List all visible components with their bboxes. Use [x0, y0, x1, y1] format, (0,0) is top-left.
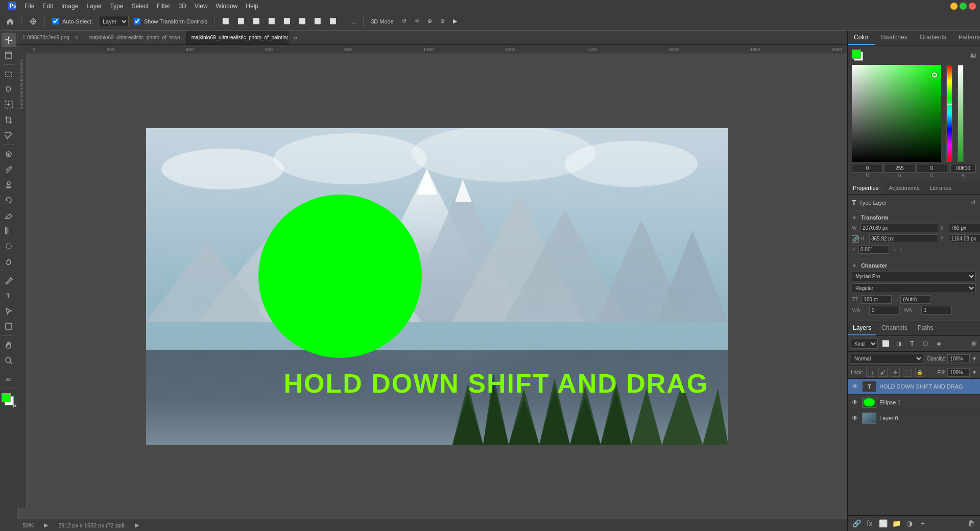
add-style-btn[interactable]: fx [864, 518, 875, 529]
lock-image-btn[interactable]: 🖌 [878, 368, 888, 377]
y-input[interactable] [949, 234, 980, 243]
tab-gradients[interactable]: Gradients [914, 31, 952, 45]
move-tool[interactable] [2, 33, 16, 47]
menu-3d[interactable]: 3D [174, 2, 190, 11]
menu-type[interactable]: Type [106, 2, 127, 11]
kerning-input[interactable] [921, 306, 952, 315]
char-header[interactable]: ▼ Character [852, 262, 976, 269]
new-fill-btn[interactable]: ◑ [904, 518, 915, 529]
menu-layer[interactable]: Layer [82, 2, 106, 11]
dodge-tool[interactable] [2, 254, 16, 269]
tab-properties[interactable]: Properties [848, 182, 883, 194]
eyedropper-tool[interactable] [2, 128, 16, 142]
hex-input[interactable] [950, 164, 976, 173]
flip-h-btn[interactable]: ↔ [891, 246, 897, 253]
tab-paths[interactable]: Paths [913, 321, 939, 335]
brush-tool[interactable] [2, 162, 16, 177]
menu-edit[interactable]: Edit [38, 2, 57, 11]
transform-header[interactable]: ▼ Transform [852, 214, 976, 221]
auto-select-checkbox[interactable] [52, 18, 59, 25]
tab-3[interactable]: majkinio69_ultrarealistic_photo_of_paint… [186, 31, 289, 44]
link-wh-btn[interactable]: 🔗 [852, 235, 859, 243]
path-select-tool[interactable] [2, 304, 16, 318]
blur-tool[interactable] [2, 239, 16, 253]
angle-input[interactable] [858, 245, 889, 254]
font-family-select[interactable]: Myriad Pro [852, 272, 976, 281]
eraser-tool[interactable] [2, 208, 16, 223]
new-group-btn[interactable]: 📁 [891, 518, 902, 529]
fill-dropdown-icon[interactable]: ▼ [972, 370, 977, 375]
menu-window[interactable]: Window [212, 2, 242, 11]
layer-item-ellipse[interactable]: 👁 Ellipse 1 [848, 395, 980, 411]
layer-vis-text[interactable]: 👁 [851, 382, 859, 391]
align-more-btn[interactable]: ⬜ [326, 15, 340, 28]
font-size-input[interactable] [861, 295, 892, 304]
color-swatch[interactable]: ⇄ [2, 393, 16, 407]
layer-item-photo[interactable]: 👁 Layer 0 [848, 411, 980, 426]
swap-colors-icon[interactable]: ⇄ [13, 403, 17, 408]
reset-transform-btn[interactable]: ↺ [971, 199, 976, 206]
zoom-3d-btn[interactable]: ⊕ [424, 15, 435, 28]
hand-tool[interactable] [2, 338, 16, 352]
object-select-tool[interactable] [2, 98, 16, 112]
menu-help[interactable]: Help [242, 2, 262, 11]
lock-all-btn[interactable]: 🔒 [915, 368, 924, 377]
menu-select[interactable]: Select [127, 2, 152, 11]
tracking-input[interactable] [869, 306, 900, 315]
zoom-tool[interactable] [2, 353, 16, 368]
crop-tool[interactable] [2, 113, 16, 127]
fill-input[interactable] [947, 368, 970, 377]
tab-libraries[interactable]: Libraries [925, 182, 957, 194]
font-style-select[interactable]: Regular Bold Italic [852, 283, 976, 293]
filter-type-btn[interactable]: T [906, 338, 918, 349]
gradient-tool[interactable] [2, 224, 16, 238]
hue-slider[interactable] [946, 65, 952, 162]
opacity-input[interactable] [947, 354, 970, 363]
align-right-btn[interactable]: ⬜ [250, 15, 263, 28]
tab-adjustments[interactable]: Adjustments [883, 182, 925, 194]
tab-1[interactable]: 1-0f98678c2ed9.png ✕ [17, 31, 84, 44]
menu-view[interactable]: View [190, 2, 212, 11]
lock-transparent-btn[interactable]: ⬚ [866, 368, 875, 377]
lasso-tool[interactable] [2, 82, 16, 96]
zoom-display[interactable]: 50% [22, 522, 34, 528]
align-bottom-btn[interactable]: ⬜ [311, 15, 324, 28]
render-3d-btn[interactable]: ▶ [450, 15, 460, 28]
menu-file[interactable]: File [20, 2, 38, 11]
menu-ps[interactable]: Ps [4, 1, 20, 12]
auto-select-dropdown[interactable]: Layer Group [98, 16, 129, 27]
align-spacer[interactable]: ⬜ [265, 15, 278, 28]
align-left-btn[interactable]: ⬜ [219, 15, 232, 28]
tab-color[interactable]: Color [848, 31, 875, 45]
x-input[interactable] [949, 224, 980, 232]
tab-2[interactable]: majkinio69_ultrarealistic_photo_of_town.… [84, 31, 186, 44]
color-picker[interactable] [852, 65, 941, 162]
align-center-v-btn[interactable]: ⬜ [296, 15, 309, 28]
h-input[interactable] [869, 234, 938, 243]
home-btn[interactable] [3, 15, 17, 28]
menu-image[interactable]: Image [57, 2, 82, 11]
rotate-3d-btn[interactable]: ↺ [399, 15, 410, 28]
menu-filter[interactable]: Filter [153, 2, 175, 11]
tab-overflow-btn[interactable]: » [289, 31, 302, 44]
g-input[interactable] [884, 164, 915, 173]
delete-layer-btn[interactable]: 🗑 [966, 518, 977, 529]
flip-v-btn[interactable]: ↕ [899, 246, 902, 253]
filter-toggle-btn[interactable] [971, 341, 977, 347]
marquee-tool[interactable] [2, 67, 16, 81]
tab-patterns[interactable]: Patterns [952, 31, 980, 45]
filter-adjust-btn[interactable]: ◑ [893, 338, 904, 349]
3d-mode-btn[interactable]: 3D Mode [368, 15, 397, 28]
w-input[interactable] [861, 224, 938, 232]
filter-smart-btn[interactable]: ◈ [933, 338, 944, 349]
more-options-btn[interactable]: ... [348, 15, 359, 28]
foreground-color[interactable] [2, 393, 11, 402]
history-brush-tool[interactable] [2, 193, 16, 207]
filter-shape-btn[interactable]: ⬡ [920, 338, 931, 349]
layer-vis-photo[interactable]: 👁 [851, 414, 859, 422]
info-arrow[interactable]: ▶ [135, 522, 139, 528]
shape-tool[interactable] [2, 319, 16, 333]
lock-artboard-btn[interactable]: ⬛ [903, 368, 912, 377]
lock-position-btn[interactable]: ✛ [891, 368, 900, 377]
b-input[interactable] [916, 164, 947, 173]
